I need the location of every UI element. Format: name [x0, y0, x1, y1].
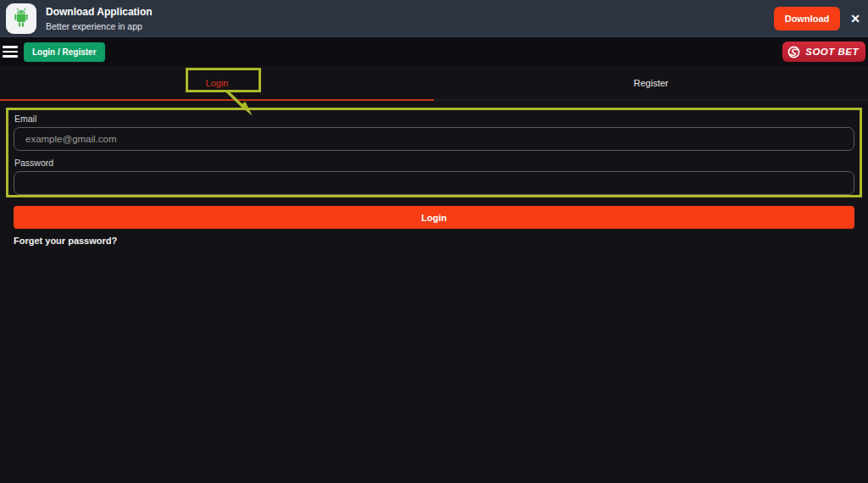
- tab-login[interactable]: Login: [0, 66, 434, 99]
- download-button[interactable]: Download: [774, 7, 841, 31]
- login-page: Download Application Better experience i…: [0, 0, 868, 483]
- tab-register[interactable]: Register: [434, 66, 868, 99]
- auth-tabs: Login Register: [0, 66, 868, 101]
- hamburger-menu-icon[interactable]: [3, 43, 18, 60]
- banner-texts: Download Application Better experience i…: [46, 6, 153, 31]
- login-register-button[interactable]: Login / Register: [24, 42, 105, 62]
- close-icon[interactable]: ✕: [850, 13, 860, 25]
- banner-subtitle: Better experience in app: [46, 21, 153, 31]
- email-label: Email: [14, 114, 36, 124]
- password-label: Password: [14, 158, 53, 168]
- android-icon: [6, 3, 36, 34]
- password-input[interactable]: [14, 171, 854, 195]
- login-submit-button[interactable]: Login: [14, 206, 854, 229]
- banner-title: Download Application: [46, 6, 153, 18]
- download-app-banner: Download Application Better experience i…: [0, 0, 868, 37]
- email-input[interactable]: [14, 127, 854, 151]
- main-header: Login / Register SOOT BET: [0, 37, 868, 66]
- sootbet-logo[interactable]: SOOT BET: [782, 42, 865, 62]
- logo-text: SOOT BET: [805, 47, 859, 57]
- forgot-password-link[interactable]: Forget your password?: [14, 236, 117, 246]
- active-tab-underline: [0, 99, 434, 102]
- logo-circle-icon: [787, 45, 801, 59]
